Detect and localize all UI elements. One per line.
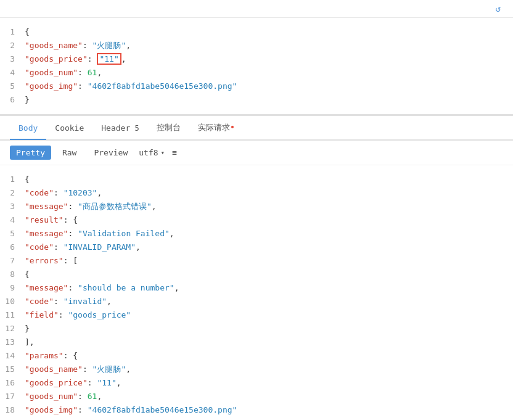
json-punctuation: , <box>97 68 102 77</box>
encoding-label: utf8 <box>139 148 158 157</box>
code-line: 8 { <box>0 268 513 281</box>
code-line: 6 "code": "INVALID_PARAM", <box>0 241 513 254</box>
code-line: 14 "params": { <box>0 349 513 363</box>
line-content: { <box>25 173 513 186</box>
json-punctuation: , <box>174 283 179 292</box>
json-key: "params" <box>25 351 64 360</box>
json-punctuation: : <box>78 405 88 414</box>
json-string-value: "invalid" <box>64 297 107 306</box>
tab-label: Header <box>101 123 130 133</box>
json-punctuation: : { <box>64 351 78 360</box>
tab-header[interactable]: Header 5 <box>92 117 147 140</box>
json-punctuation: { <box>25 27 30 36</box>
line-number: 3 <box>0 53 25 65</box>
json-punctuation: } <box>25 95 30 104</box>
tab-body[interactable]: Body <box>10 117 46 140</box>
json-punctuation: { <box>25 175 30 184</box>
code-line: 10 "code": "invalid", <box>0 295 513 308</box>
json-key: "goods_img" <box>25 405 78 414</box>
json-string-value: "10203" <box>64 188 97 197</box>
code-line: 7 "errors": [ <box>0 254 513 268</box>
wrap-toggle-icon[interactable]: ≡ <box>172 148 177 157</box>
json-punctuation: , <box>107 297 112 306</box>
tab-dot: • <box>230 122 235 132</box>
line-number: 16 <box>0 377 25 389</box>
json-punctuation: : <box>68 229 78 238</box>
json-punctuation: ], <box>25 337 35 347</box>
code-line: 18 "goods_img": "4602f8abfd1abe5046e15e3… <box>0 403 513 417</box>
tab-label: 控制台 <box>157 123 181 132</box>
json-number-value: 61 <box>88 68 97 77</box>
code-line: 15 "goods_name": "火腿肠", <box>0 363 513 376</box>
tab-cookie[interactable]: Cookie <box>46 117 92 140</box>
top-bar: ↺ <box>0 0 513 18</box>
line-number: 17 <box>0 390 25 403</box>
line-content: "goods_img": "4602f8abfd1abe5046e15e300.… <box>25 404 513 416</box>
json-key: "errors" <box>25 256 64 265</box>
json-punctuation: , <box>97 188 102 197</box>
sub-tab-raw[interactable]: Raw <box>56 146 83 160</box>
json-punctuation: , <box>97 392 102 401</box>
line-number: 3 <box>0 200 25 213</box>
line-content: "result": { <box>25 214 513 226</box>
json-punctuation: , <box>126 41 131 50</box>
line-number: 15 <box>0 363 25 376</box>
json-string-value: "火腿肠" <box>92 41 126 50</box>
request-panel: 1{2 "goods_name": "火腿肠",3 "goods_price":… <box>0 18 513 115</box>
json-key: "code" <box>25 188 54 197</box>
code-line: 3 "goods_price": "11", <box>0 52 513 66</box>
json-key: "goods_img" <box>25 81 78 91</box>
sub-tab-pretty[interactable]: Pretty <box>10 146 51 160</box>
line-content: } <box>25 323 513 335</box>
json-punctuation: : <box>78 81 88 91</box>
line-number: 4 <box>0 67 25 79</box>
json-key: "goods_num" <box>25 68 78 77</box>
sub-tab-preview[interactable]: Preview <box>88 146 134 160</box>
code-line: 4 "result": { <box>0 213 513 227</box>
json-punctuation: : <box>54 242 64 252</box>
tab-label: Cookie <box>55 123 84 133</box>
line-number: 18 <box>0 404 25 416</box>
json-key: "message" <box>25 229 68 238</box>
json-key: "goods_price" <box>25 378 88 387</box>
json-key: "goods_num" <box>25 392 78 401</box>
line-content: ], <box>25 336 513 348</box>
line-content: "goods_price": "11", <box>25 53 513 65</box>
code-line: 16 "goods_price": "11", <box>0 376 513 390</box>
tab-actual[interactable]: 实际请求• <box>189 116 244 141</box>
json-punctuation: } <box>25 324 30 333</box>
tab-label: 实际请求 <box>198 123 230 132</box>
code-line: 12 } <box>0 322 513 336</box>
json-string-value: "商品参数格式错误" <box>78 202 152 211</box>
tab-badge: 5 <box>130 124 139 133</box>
json-punctuation: , <box>121 54 126 64</box>
response-code-block: 1{2 "code": "10203",3 "message": "商品参数格式… <box>0 170 513 420</box>
line-number: 4 <box>0 214 25 226</box>
encoding-select[interactable]: utf8▾ <box>139 148 165 157</box>
code-line: 3 "message": "商品参数格式错误", <box>0 200 513 213</box>
line-content: "goods_num": 61, <box>25 390 513 403</box>
code-line: 11 "field": "goods_price" <box>0 308 513 322</box>
json-punctuation: , <box>170 229 174 238</box>
code-line: 9 "message": "should be a number", <box>0 281 513 295</box>
code-line: 2 "code": "10203", <box>0 186 513 200</box>
tab-console[interactable]: 控制台 <box>148 116 189 141</box>
line-number: 10 <box>0 295 25 308</box>
json-punctuation: : <box>88 54 97 64</box>
json-key: "goods_price" <box>25 54 88 64</box>
line-content: "params": { <box>25 350 513 362</box>
line-number: 5 <box>0 80 25 93</box>
json-string-value: "should be a number" <box>78 283 174 292</box>
line-number: 1 <box>0 26 25 38</box>
tab-label: Body <box>18 123 38 133</box>
code-line: 5 "goods_img": "4602f8abfd1abe5046e15e30… <box>0 80 513 93</box>
request-code-block: 1{2 "goods_name": "火腿肠",3 "goods_price":… <box>0 23 513 109</box>
line-number: 8 <box>0 268 25 281</box>
json-punctuation: : [ <box>64 256 78 265</box>
json-punctuation: { <box>25 270 30 279</box>
line-number: 12 <box>0 323 25 335</box>
json-string-value: "4602f8abfd1abe5046e15e300.png" <box>88 405 237 414</box>
line-content: "code": "invalid", <box>25 295 513 308</box>
json-punctuation: : <box>59 310 68 319</box>
auto-gen-button[interactable]: ↺ <box>496 4 503 14</box>
